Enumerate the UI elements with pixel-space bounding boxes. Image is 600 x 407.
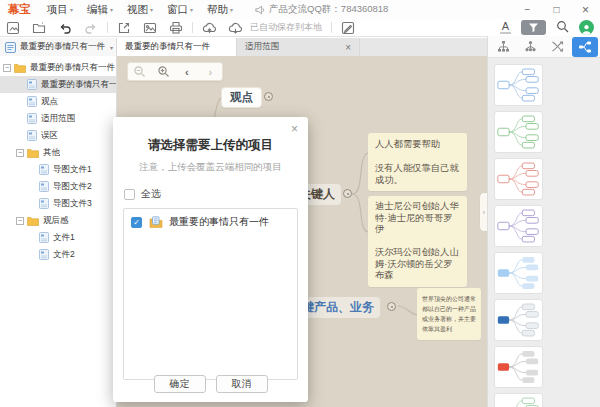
tree-item-label: 其他 xyxy=(43,147,60,159)
tree-file-导图文件1[interactable]: 导图文件1 xyxy=(0,161,116,178)
menu-项目[interactable]: 项目▾ xyxy=(47,3,73,17)
mindmap-file-icon xyxy=(27,79,37,90)
nav-back-icon[interactable]: ‹ xyxy=(177,63,197,80)
undo-icon[interactable] xyxy=(52,20,78,36)
mindmap-node-viewpoint[interactable]: 观点 xyxy=(221,87,262,108)
cancel-button[interactable]: 取消 xyxy=(216,375,268,393)
zoom-out-icon[interactable] xyxy=(130,63,150,80)
title-bar: 幕宝 项目▾编辑▾视图▾窗口▾帮助▾ 产品交流QQ群：784360818 − □… xyxy=(0,0,600,19)
template-card-1[interactable] xyxy=(494,64,543,106)
tree-file-文件1[interactable]: 文件1 xyxy=(0,229,116,246)
select-all-checkbox[interactable] xyxy=(124,189,135,200)
note-card[interactable]: 世界顶尖的公司通常都以自己的一种产品或业务著称，并主要依靠其盈利 xyxy=(417,288,481,340)
tree-file-适用范围[interactable]: 适用范围 xyxy=(0,110,116,127)
menu-bar: 项目▾编辑▾视图▾窗口▾帮助▾ xyxy=(47,3,247,17)
collapse-toggle[interactable] xyxy=(264,92,273,101)
mindmap-file-icon xyxy=(39,198,49,209)
tab-layout-tree[interactable] xyxy=(491,37,517,57)
menu-视图[interactable]: 视图▾ xyxy=(127,3,153,17)
open-folder-icon[interactable] xyxy=(26,20,52,36)
tab-document-1[interactable]: 最重要的事情只有一件 xyxy=(117,38,237,56)
mindmap-file-icon xyxy=(39,232,49,243)
minimize-button[interactable]: − xyxy=(513,0,542,19)
tree-expander-icon[interactable]: − xyxy=(16,217,24,225)
tab-layout-mindmap[interactable] xyxy=(572,37,598,57)
select-all-row[interactable]: 全选 xyxy=(124,187,308,201)
tree-file-误区[interactable]: 误区 xyxy=(0,127,116,144)
mindmap-file-icon xyxy=(39,249,49,260)
ok-button[interactable]: 确定 xyxy=(154,375,206,393)
mindmap-file-icon xyxy=(27,96,37,107)
tree-expander-icon[interactable]: − xyxy=(16,149,24,157)
autosave-status: 已自动保存到本地 xyxy=(250,21,322,34)
tab-label: 适用范围 xyxy=(245,41,279,53)
app-window: 幕宝 项目▾编辑▾视图▾窗口▾帮助▾ 产品交流QQ群：784360818 − □… xyxy=(0,0,600,407)
note-card[interactable]: 迪士尼公司创始人华特·迪士尼的哥哥罗伊 沃尔玛公司创始人山姆·沃尔顿的岳父罗布森 xyxy=(368,196,467,287)
print-icon[interactable] xyxy=(163,20,189,36)
nav-forward-icon[interactable]: › xyxy=(200,63,220,80)
folder-icon xyxy=(27,148,39,158)
tree-file-文件2[interactable]: 文件2 xyxy=(0,246,116,263)
tree-file-导图文件2[interactable]: 导图文件2 xyxy=(0,178,116,195)
dialog-close-icon[interactable]: × xyxy=(291,123,298,135)
tree-file-导图文件3[interactable]: 导图文件3 xyxy=(0,195,116,212)
tab-layout-org[interactable] xyxy=(518,37,544,57)
menu-窗口[interactable]: 窗口▾ xyxy=(167,3,193,17)
redo-icon[interactable] xyxy=(78,20,104,36)
upload-dialog: × 请选择需要上传的项目 注意，上传会覆盖云端相同的项目 全选 ✓最重要的事情只… xyxy=(113,117,308,402)
collapse-toggle[interactable] xyxy=(343,189,352,198)
tree-expander-icon[interactable]: − xyxy=(3,64,11,72)
theme-filter-button[interactable] xyxy=(521,20,546,35)
template-card-3[interactable] xyxy=(494,158,543,200)
template-card-5[interactable] xyxy=(494,252,543,294)
menu-帮助[interactable]: 帮助▾ xyxy=(207,3,233,17)
tab-document-2[interactable]: 适用范围 × xyxy=(237,38,360,56)
toolbar-divider xyxy=(192,22,193,33)
project-selector[interactable]: 最重要的事情只有一件 ▾ xyxy=(0,38,117,56)
close-button[interactable]: × xyxy=(571,0,600,19)
template-card-2[interactable] xyxy=(494,111,543,153)
tree-folder-观后感[interactable]: −观后感 xyxy=(0,212,116,229)
tree-file-观点[interactable]: 观点 xyxy=(0,93,116,110)
template-card-6[interactable] xyxy=(494,299,543,341)
export-image-icon[interactable] xyxy=(0,20,26,36)
style-edit-icon[interactable] xyxy=(335,20,361,36)
search-icon[interactable] xyxy=(556,19,569,37)
tree-folder-其他[interactable]: −其他 xyxy=(0,144,116,161)
share-icon[interactable] xyxy=(111,20,137,36)
tree-folder-最重要的事情只有一件[interactable]: −最重要的事情只有一件 xyxy=(0,59,116,76)
upload-item-label: 最重要的事情只有一件 xyxy=(169,215,269,229)
upload-item-最重要的事情只有一件[interactable]: ✓最重要的事情只有一件 xyxy=(124,209,297,235)
insert-image-icon[interactable] xyxy=(137,20,163,36)
tree-item-label: 导图文件3 xyxy=(53,198,92,210)
panel-collapse-handle[interactable]: ‹ xyxy=(479,192,487,232)
user-avatar[interactable] xyxy=(579,20,594,35)
tree-item-label: 最重要的事情只有一件 xyxy=(41,79,116,91)
maximize-button[interactable]: □ xyxy=(542,0,571,19)
tree-item-label: 观点 xyxy=(41,96,58,108)
format-text-icon[interactable]: A xyxy=(500,21,511,34)
template-card-7[interactable] xyxy=(494,346,543,388)
tab-close-icon[interactable]: × xyxy=(337,42,351,53)
project-doc-icon xyxy=(5,42,16,53)
template-card-8[interactable] xyxy=(494,393,543,407)
dialog-title: 请选择需要上传的项目 xyxy=(113,137,308,154)
item-checkbox[interactable]: ✓ xyxy=(131,217,142,228)
tree-item-label: 最重要的事情只有一件 xyxy=(30,62,115,74)
mindmap-file-icon xyxy=(27,113,37,124)
tree-file-最重要的事情只有一件[interactable]: 最重要的事情只有一件 xyxy=(0,76,116,93)
tab-layout-cross[interactable] xyxy=(545,37,571,57)
note-card[interactable]: 人人都需要帮助 没有人能仅靠自己就成功。 xyxy=(368,133,467,191)
cloud-download-icon[interactable] xyxy=(222,20,248,36)
menu-编辑[interactable]: 编辑▾ xyxy=(87,3,113,17)
cloud-upload-icon[interactable] xyxy=(196,20,222,36)
canvas-zoom-toolbar: ‹ › xyxy=(127,62,223,81)
tree-item-label: 文件1 xyxy=(53,232,75,244)
megaphone-icon xyxy=(255,5,265,15)
tree-item-label: 误区 xyxy=(41,130,58,142)
template-card-4[interactable] xyxy=(494,205,543,247)
folder-icon xyxy=(27,216,39,226)
zoom-in-icon[interactable] xyxy=(153,63,173,80)
tab-label: 最重要的事情只有一件 xyxy=(125,41,210,53)
collapse-toggle[interactable] xyxy=(387,302,396,311)
